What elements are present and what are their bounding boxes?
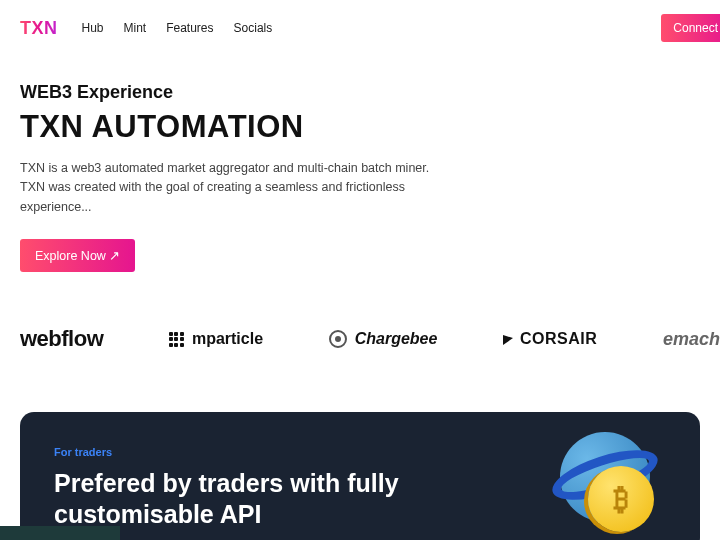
partner-logos-row: webflow mparticle Chargebee CORSAIR emac…	[0, 292, 720, 412]
corsair-icon	[503, 333, 513, 345]
brand-corsair: CORSAIR	[503, 330, 597, 348]
nav-link-socials[interactable]: Socials	[234, 21, 273, 35]
nav-links: Hub Mint Features Socials	[82, 21, 662, 35]
hero-description: TXN is a web3 automated market aggregato…	[20, 159, 450, 217]
chargebee-label: Chargebee	[355, 330, 438, 348]
brand-chargebee: Chargebee	[329, 330, 438, 348]
brand-mparticle: mparticle	[169, 330, 263, 348]
globe-graphic: ₿	[550, 422, 660, 532]
traders-panel: For traders Prefered by traders with ful…	[20, 412, 700, 540]
corsair-label: CORSAIR	[520, 330, 597, 348]
connect-button[interactable]: Connect	[661, 14, 720, 42]
nav-link-features[interactable]: Features	[166, 21, 213, 35]
hero-section: WEB3 Experience TXN AUTOMATION TXN is a …	[0, 52, 520, 292]
brand-webflow: webflow	[20, 326, 103, 352]
hero-headline: TXN AUTOMATION	[20, 109, 500, 145]
mparticle-label: mparticle	[192, 330, 263, 348]
chargebee-icon	[329, 330, 347, 348]
logo[interactable]: TXN	[20, 18, 58, 39]
mparticle-icon	[169, 332, 184, 347]
explore-button[interactable]: Explore Now ↗	[20, 239, 135, 272]
panel-wrap: For traders Prefered by traders with ful…	[0, 412, 720, 540]
nav-link-mint[interactable]: Mint	[124, 21, 147, 35]
hero-eyebrow: WEB3 Experience	[20, 82, 500, 103]
nav-link-hub[interactable]: Hub	[82, 21, 104, 35]
bottom-overlay-bar	[0, 526, 120, 540]
top-nav: TXN Hub Mint Features Socials Connect	[0, 0, 720, 52]
bitcoin-coin-icon: ₿	[588, 466, 654, 532]
panel-title: Prefered by traders with fully customisa…	[54, 468, 434, 531]
brand-emach: emach	[663, 329, 720, 350]
